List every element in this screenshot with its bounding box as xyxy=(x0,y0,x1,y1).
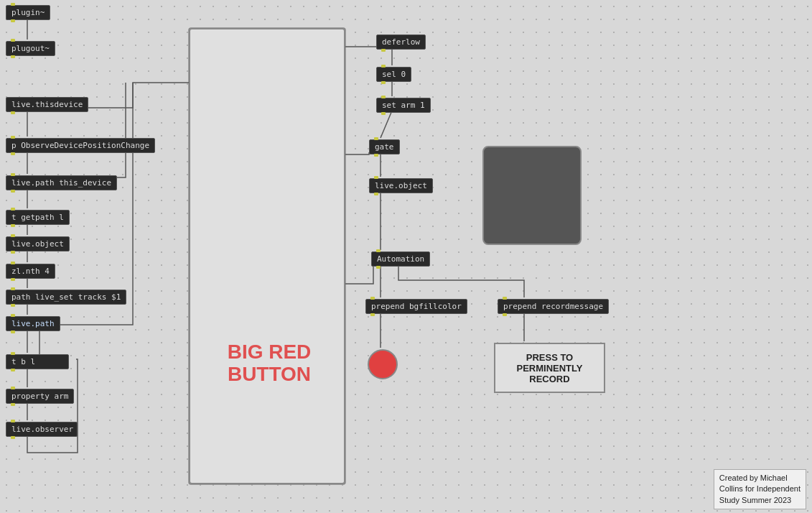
live-path-thisdevice-node: live.path this_device xyxy=(6,175,117,190)
plugin-node: plugin~ xyxy=(6,5,50,20)
big-red-button-display[interactable] xyxy=(189,28,345,484)
credit-box: Created by Michael Collins for Independe… xyxy=(714,469,806,509)
t-getpath-node: t getpath l xyxy=(6,210,70,225)
red-record-circle[interactable] xyxy=(368,349,398,379)
live-object-node: live.object xyxy=(6,236,70,251)
credit-line2: Collins for Independent xyxy=(719,484,801,493)
big-red-button-label: BIG REDBUTTON xyxy=(197,341,341,386)
path-live-set-node: path live_set tracks $1 xyxy=(6,290,126,305)
credit-line1: Created by Michael xyxy=(719,473,788,482)
dark-display-square xyxy=(482,146,582,245)
live-path-node: live.path xyxy=(6,316,60,331)
press-record-text: PRESS TOPERMINENTLYRECORD xyxy=(517,352,583,384)
set-arm-1-node: set arm 1 xyxy=(376,98,431,113)
automation-node: Automation xyxy=(371,251,430,267)
deferlow-node: deferlow xyxy=(376,34,426,50)
prepend-bgfillcolor-node: prepend bgfillcolor xyxy=(365,299,467,314)
sel-0-node: sel 0 xyxy=(376,67,411,82)
credit-line3: Study Summer 2023 xyxy=(719,496,791,504)
prepend-recordmessage-node: prepend recordmessage xyxy=(498,299,609,314)
gate-node: gate xyxy=(369,139,400,154)
live-thisdevice-node: live.thisdevice xyxy=(6,97,88,112)
live-observer-node: live.observer xyxy=(6,422,78,437)
zl-nth-node: zl.nth 4 xyxy=(6,264,55,279)
p-observe-node: p ObserveDevicePositionChange xyxy=(6,138,155,153)
plugout-node: plugout~ xyxy=(6,41,55,56)
property-arm-node: property arm xyxy=(6,389,74,404)
t-b-l-node: t b l xyxy=(6,354,69,369)
live-object2-node: live.object xyxy=(369,178,433,193)
press-to-record-box[interactable]: PRESS TOPERMINENTLYRECORD xyxy=(494,343,605,393)
